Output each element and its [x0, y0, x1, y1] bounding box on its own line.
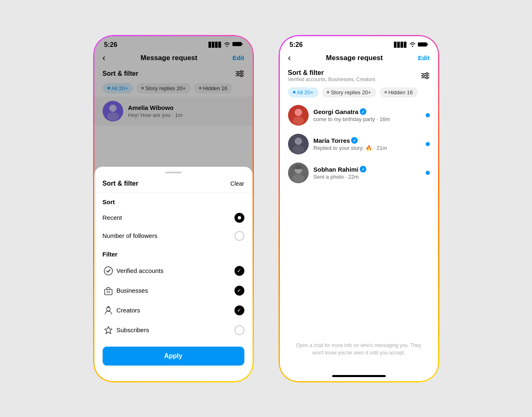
filter-businesses-check[interactable]: ✓ — [234, 286, 244, 296]
message-preview-georgi: come to my birthday party · 16m — [314, 116, 421, 122]
filter-section-label: Filter — [94, 245, 253, 261]
sort-filter-text-block: Sort & filter Verified accounts, Busines… — [288, 69, 375, 82]
avatar-sobhan — [288, 163, 309, 183]
message-preview-maria: Replied to your story: 🔥 · 21m — [314, 145, 421, 151]
svg-point-32 — [293, 174, 304, 182]
filter-verified-row: Verified accounts — [103, 265, 164, 277]
sort-filter-title-right: Sort & filter — [288, 69, 375, 77]
svg-point-23 — [426, 77, 428, 79]
filter-businesses-label: Businesses — [117, 287, 148, 294]
filter-creators[interactable]: Creators ✓ — [94, 301, 253, 320]
page-title-right: Message request — [326, 54, 383, 62]
tab-dot-story-right — [327, 91, 329, 93]
verified-accounts-icon — [103, 265, 114, 277]
back-button-right[interactable]: ‹ — [288, 53, 291, 63]
filter-icon-right[interactable] — [421, 71, 430, 80]
home-indicator-right — [332, 375, 386, 377]
sort-filter-header-right: Sort & filter Verified accounts, Busines… — [280, 68, 438, 84]
sheet-clear-button[interactable]: Clear — [230, 180, 244, 187]
sort-followers-radio[interactable] — [234, 231, 244, 241]
svg-rect-13 — [105, 289, 112, 295]
sort-recent-label: Recent — [103, 214, 122, 221]
verified-sobhan: ✓ — [360, 166, 366, 172]
filter-subscribers[interactable]: Subscribers — [94, 320, 253, 340]
bottom-sheet: Sort & filter Clear Sort Recent Number o… — [94, 167, 253, 381]
status-icons-right: ▋▋▋▋ — [394, 41, 428, 48]
svg-rect-16 — [418, 42, 427, 47]
unread-dot-georgi — [426, 113, 430, 117]
filter-creators-label: Creators — [117, 307, 141, 314]
tab-all-right[interactable]: All 20+ — [288, 87, 319, 98]
battery-icon-right — [418, 41, 428, 48]
edit-button-right[interactable]: Edit — [418, 54, 429, 61]
svg-point-21 — [426, 72, 428, 75]
filter-creators-check[interactable]: ✓ — [234, 305, 244, 315]
tab-hidden-label-right: Hidden 16 — [389, 89, 413, 96]
sort-option-followers[interactable]: Number of followers — [94, 227, 253, 245]
tab-dot-hidden-right — [384, 91, 387, 93]
svg-point-22 — [422, 75, 424, 77]
svg-rect-17 — [427, 44, 428, 46]
message-info-georgi: Georgi Ganatra ✓ come to my birthday par… — [314, 108, 421, 122]
wifi-icon-right — [409, 41, 416, 48]
message-item-sobhan[interactable]: Sobhan Rahimi ✓ Sent a photo · 22m — [280, 158, 438, 187]
sheet-header: Sort & filter Clear — [94, 177, 253, 193]
filter-tabs-right: All 20+ Story replies 20+ Hidden 16 — [280, 84, 438, 101]
unread-dot-sobhan — [426, 171, 430, 175]
tab-hidden-right[interactable]: Hidden 16 — [380, 87, 418, 98]
nav-header-right: ‹ Message request Edit — [280, 50, 438, 68]
avatar-maria — [288, 134, 309, 154]
verified-maria: ✓ — [351, 137, 358, 144]
filter-creators-row: Creators — [103, 305, 141, 316]
sort-followers-label: Number of followers — [103, 232, 157, 239]
svg-point-29 — [293, 145, 304, 154]
svg-rect-34 — [295, 165, 301, 168]
sort-option-recent[interactable]: Recent — [94, 209, 253, 227]
svg-point-28 — [295, 137, 302, 145]
subscribers-icon — [103, 324, 114, 336]
sheet-handle — [165, 172, 182, 173]
bottom-info-right: Open a chat for more info on who's messa… — [280, 342, 438, 356]
filter-businesses[interactable]: Businesses ✓ — [94, 281, 253, 301]
svg-point-15 — [106, 307, 110, 311]
signal-icon-right: ▋▋▋▋ — [394, 42, 407, 48]
tab-story-label-right: Story replies 20+ — [331, 89, 371, 96]
message-name-georgi: Georgi Ganatra ✓ — [314, 108, 421, 115]
svg-rect-14 — [107, 291, 110, 293]
sheet-title: Sort & filter — [103, 180, 138, 187]
unread-dot-maria — [426, 142, 430, 146]
message-name-maria: María Torres ✓ — [314, 137, 421, 144]
filter-verified-check[interactable]: ✓ — [234, 266, 244, 276]
filter-subscribers-label: Subscribers — [117, 326, 149, 333]
filter-subscribers-check[interactable] — [234, 325, 244, 335]
message-preview-sobhan: Sent a photo · 22m — [314, 174, 421, 180]
status-bar-right: 5:26 ▋▋▋▋ — [280, 36, 438, 50]
sort-filter-subtitle-right: Verified accounts, Businesses, Creators — [288, 77, 375, 82]
avatar-georgi — [288, 105, 309, 126]
apply-button[interactable]: Apply — [103, 347, 244, 366]
svg-point-26 — [293, 116, 304, 125]
tab-all-label-right: All 20+ — [297, 89, 314, 96]
message-info-maria: María Torres ✓ Replied to your story: 🔥 … — [314, 137, 421, 151]
message-item-maria[interactable]: María Torres ✓ Replied to your story: 🔥 … — [280, 130, 438, 158]
creators-icon — [103, 305, 114, 316]
time-right: 5:26 — [290, 41, 303, 49]
tab-dot-all-right — [293, 91, 295, 93]
businesses-icon — [103, 285, 114, 296]
verified-georgi: ✓ — [360, 108, 366, 115]
filter-businesses-row: Businesses — [103, 285, 148, 296]
left-phone: 5:26 ▋▋▋▋ ‹ Message request Edit — [93, 35, 254, 382]
message-info-sobhan: Sobhan Rahimi ✓ Sent a photo · 22m — [314, 166, 421, 180]
right-phone: 5:26 ▋▋▋▋ ‹ Message request Edit — [279, 35, 439, 382]
svg-point-25 — [295, 109, 302, 116]
svg-point-12 — [104, 267, 112, 275]
filter-verified[interactable]: Verified accounts ✓ — [94, 261, 253, 281]
sort-section-label: Sort — [94, 193, 253, 209]
message-item-georgi[interactable]: Georgi Ganatra ✓ come to my birthday par… — [280, 101, 438, 130]
filter-verified-label: Verified accounts — [117, 267, 164, 274]
message-name-sobhan: Sobhan Rahimi ✓ — [314, 166, 421, 173]
filter-subscribers-row: Subscribers — [103, 324, 149, 336]
sort-recent-radio[interactable] — [234, 213, 244, 223]
tab-story-right[interactable]: Story replies 20+ — [322, 87, 376, 98]
